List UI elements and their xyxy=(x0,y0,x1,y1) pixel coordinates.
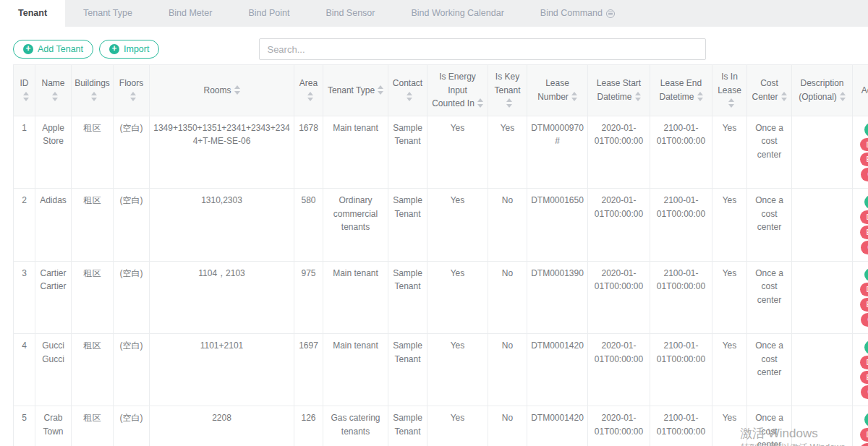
sort-icon[interactable] xyxy=(307,92,313,101)
column-label: ID xyxy=(20,78,29,88)
column-label: Name xyxy=(41,78,64,88)
tab-bind-command[interactable]: Bind Command xyxy=(522,0,633,27)
tab-bind-meter[interactable]: Bind Meter xyxy=(150,0,230,27)
column-header-tenant-type[interactable]: Tenant Type xyxy=(323,65,388,116)
clone-button[interactable]: Clone xyxy=(861,168,868,181)
import-button[interactable]: + Import xyxy=(99,40,159,59)
column-header-is-in-lease[interactable]: Is In Lease xyxy=(712,65,747,116)
sort-icon[interactable] xyxy=(635,92,641,101)
column-header-cost-center[interactable]: Cost Center xyxy=(747,65,792,116)
cell-floors: (空白) xyxy=(114,261,150,333)
edit-button[interactable]: Edit xyxy=(864,195,868,209)
clone-button[interactable]: Clone xyxy=(861,385,868,399)
column-label: Floors xyxy=(119,78,143,88)
sort-icon[interactable] xyxy=(571,92,577,101)
cell-name: Apple Store xyxy=(35,116,72,188)
tab-tenant-type[interactable]: Tenant Type xyxy=(65,0,150,27)
clone-button[interactable]: Clone xyxy=(861,313,868,327)
tab-label: Bind Command xyxy=(540,0,603,27)
column-label: Buildings xyxy=(75,78,110,88)
clone-button[interactable]: Clone xyxy=(861,241,868,254)
column-header-contact[interactable]: Contact xyxy=(388,65,427,116)
cell-description xyxy=(792,189,853,261)
cell-tenant-type: Main tenant xyxy=(323,333,388,406)
column-header-lease-number[interactable]: Lease Number xyxy=(527,65,588,116)
cell-action: EditDeleteExportClone xyxy=(853,406,868,446)
cell-area: 1678 xyxy=(294,116,323,188)
column-header-lease-start-datetime[interactable]: Lease Start Datetime xyxy=(588,65,650,116)
cell-id: 2 xyxy=(14,189,35,261)
sort-icon[interactable] xyxy=(697,92,703,101)
cell-floors: (空白) xyxy=(114,116,150,188)
delete-button[interactable]: Delete xyxy=(860,138,868,152)
sort-icon[interactable] xyxy=(477,98,483,108)
column-label: Is In Lease xyxy=(718,72,741,95)
tab-bind-working-calendar[interactable]: Bind Working Calendar xyxy=(393,0,522,27)
export-button[interactable]: Export xyxy=(860,371,868,385)
delete-button[interactable]: Delete xyxy=(860,283,868,296)
plus-circle-icon: + xyxy=(109,44,119,54)
windows-activation-subtext: 转到"设置"以激活 Windows。 xyxy=(741,442,854,446)
cell-lease-number: DTM0001390 xyxy=(527,261,588,333)
column-header-description-optional-[interactable]: Description (Optional) xyxy=(792,65,853,116)
cell-name: Cartier Cartier xyxy=(35,261,72,333)
sort-icon[interactable] xyxy=(728,98,734,108)
column-header-action[interactable]: Action xyxy=(853,65,868,116)
table-header-row: IDNameBuildingsFloorsRoomsAreaTenant Typ… xyxy=(14,65,868,116)
delete-button[interactable]: Delete xyxy=(860,356,868,369)
export-button[interactable]: Export xyxy=(860,226,868,239)
column-label: Cost Center xyxy=(752,78,778,102)
sort-icon[interactable] xyxy=(52,92,58,101)
cell-buildings: 租区 xyxy=(72,261,114,333)
cell-rooms: 1310,2303 xyxy=(150,189,294,261)
cell-contact: Sample Tenant xyxy=(388,189,427,261)
cell-tenant-type: Ordinary commercial tenants xyxy=(323,189,388,261)
column-header-is-energy-input-counted-in[interactable]: Is Energy Input Counted In xyxy=(427,65,488,116)
column-header-lease-end-datetime[interactable]: Lease End Datetime xyxy=(650,65,712,116)
column-label: Action xyxy=(861,85,868,95)
cell-area: 975 xyxy=(294,261,323,333)
column-label: Lease End Datetime xyxy=(659,78,702,102)
export-button[interactable]: Export xyxy=(860,443,868,446)
cell-name: Crab Town xyxy=(35,406,72,446)
column-header-floors[interactable]: Floors xyxy=(114,65,150,116)
tab-label: Tenant xyxy=(18,0,47,27)
sort-icon[interactable] xyxy=(23,92,29,101)
sort-icon[interactable] xyxy=(130,92,136,101)
sort-icon[interactable] xyxy=(91,92,97,101)
sort-icon[interactable] xyxy=(234,85,240,95)
export-button[interactable]: Export xyxy=(860,298,868,312)
column-header-name[interactable]: Name xyxy=(35,65,72,116)
sort-icon[interactable] xyxy=(781,92,787,101)
export-button[interactable]: Export xyxy=(860,153,868,166)
edit-button[interactable]: Edit xyxy=(864,268,868,282)
cell-buildings: 租区 xyxy=(72,189,114,261)
edit-button[interactable]: Edit xyxy=(864,413,868,426)
search-input[interactable] xyxy=(259,38,706,60)
sort-icon[interactable] xyxy=(378,85,383,95)
windows-activation-watermark: 激活 Windows xyxy=(740,425,818,442)
column-header-area[interactable]: Area xyxy=(294,65,323,116)
delete-button[interactable]: Delete xyxy=(860,428,868,442)
column-header-buildings[interactable]: Buildings xyxy=(72,65,114,116)
tab-bind-sensor[interactable]: Bind Sensor xyxy=(307,0,393,27)
edit-button[interactable]: Edit xyxy=(864,340,868,354)
sort-icon[interactable] xyxy=(506,98,512,108)
add-tenant-button[interactable]: + Add Tenant xyxy=(13,40,93,59)
column-header-id[interactable]: ID xyxy=(14,65,35,116)
edit-button[interactable]: Edit xyxy=(864,123,868,137)
column-header-is-key-tenant[interactable]: Is Key Tenant xyxy=(488,65,527,116)
tab-bar: Tenant Tenant Type Bind Meter Bind Point… xyxy=(0,0,868,27)
tab-bind-point[interactable]: Bind Point xyxy=(230,0,307,27)
sort-icon[interactable] xyxy=(407,92,412,101)
column-label: Description (Optional) xyxy=(799,78,843,102)
cell-rooms: 1101+2101 xyxy=(150,333,294,406)
cell-tenant-type: Main tenant xyxy=(323,116,388,188)
cell-action: EditDeleteExportClone xyxy=(853,333,868,406)
delete-button[interactable]: Delete xyxy=(860,210,868,224)
cell-area: 580 xyxy=(294,189,323,261)
tab-tenant[interactable]: Tenant xyxy=(0,0,65,27)
column-header-rooms[interactable]: Rooms xyxy=(150,65,294,116)
sort-icon[interactable] xyxy=(840,92,846,101)
cell-lease-number: DTM0000970# xyxy=(527,116,588,188)
